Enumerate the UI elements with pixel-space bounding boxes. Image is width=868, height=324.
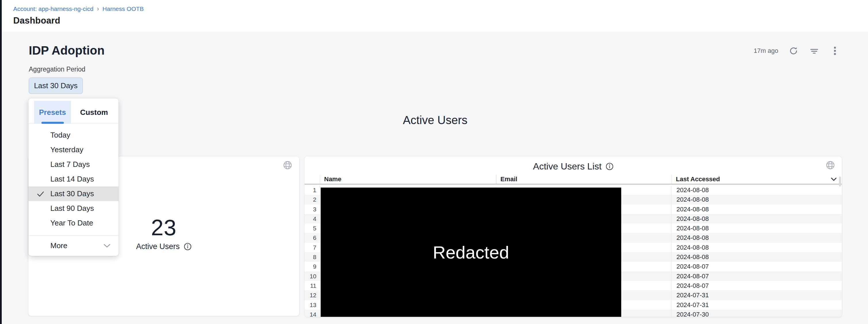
info-icon[interactable] <box>606 163 614 170</box>
breadcrumb-account-link[interactable]: Account: app-harness-ng-cicd <box>13 5 93 12</box>
dropdown-tab-strip: Presets Custom <box>29 99 119 124</box>
preset-option-label: Today <box>50 131 70 140</box>
last-accessed-cell: 2024-08-08 <box>672 214 842 223</box>
row-number-cell: 4 <box>305 214 320 223</box>
check-icon <box>36 190 44 198</box>
preset-option-label: Last 90 Days <box>50 204 94 213</box>
last-accessed-cell: 2024-08-08 <box>672 195 842 204</box>
collapsed-sidebar-edge <box>0 0 2 324</box>
last-accessed-cell: 2024-07-31 <box>672 290 842 300</box>
breadcrumb-separator-icon: › <box>97 5 99 13</box>
last-accessed-cell: 2024-08-08 <box>672 223 842 233</box>
row-number-cell: 3 <box>305 205 320 214</box>
preset-option[interactable]: Year To Date <box>29 216 119 230</box>
more-presets-button[interactable]: More <box>29 235 119 256</box>
preset-option-label: Year To Date <box>50 219 93 227</box>
row-number-cell: 11 <box>305 281 320 290</box>
preset-option[interactable]: Last 7 Days <box>29 157 119 172</box>
redacted-overlay: Redacted <box>321 187 621 317</box>
table-title-row: Active Users List <box>305 161 842 172</box>
last-accessed-cell: 2024-08-07 <box>672 262 842 271</box>
preset-option-label: Last 7 Days <box>50 160 90 169</box>
last-accessed-cell: 2024-08-07 <box>672 272 842 281</box>
refresh-icon[interactable] <box>788 45 799 56</box>
column-header-name[interactable]: Name <box>320 175 496 184</box>
info-icon[interactable] <box>184 243 191 250</box>
preset-option[interactable]: Last 30 Days <box>29 186 119 201</box>
row-number-cell: 12 <box>305 290 320 300</box>
preset-option-label: Last 14 Days <box>50 175 94 184</box>
row-number-cell: 7 <box>305 243 320 252</box>
row-number-cell: 9 <box>305 262 320 271</box>
row-number-cell: 14 <box>305 310 320 317</box>
breadcrumb: Account: app-harness-ng-cicd › Harness O… <box>13 5 144 13</box>
column-header-email[interactable]: Email <box>496 175 672 184</box>
last-accessed-cell: 2024-08-08 <box>672 233 842 243</box>
preset-option[interactable]: Last 14 Days <box>29 172 119 186</box>
row-number-cell: 13 <box>305 300 320 310</box>
preset-option-label: Yesterday <box>50 145 84 154</box>
table-scrollbar[interactable] <box>839 177 841 186</box>
row-number-cell: 6 <box>305 233 320 243</box>
row-number-cell: 5 <box>305 223 320 233</box>
filter-label: Aggregation Period <box>29 66 86 73</box>
table-header-row: Name Email Last Accessed <box>305 175 842 184</box>
harness-dashboard-screen: Account: app-harness-ng-cicd › Harness O… <box>0 0 868 324</box>
kebab-menu-icon[interactable] <box>830 45 840 56</box>
globe-icon <box>283 160 292 170</box>
breadcrumb-dashboard-link[interactable]: Harness OOTB <box>102 5 144 12</box>
column-header-last-accessed[interactable]: Last Accessed <box>672 175 842 184</box>
last-accessed-cell: 2024-08-08 <box>672 243 842 252</box>
dashboard-title: IDP Adoption <box>29 44 105 58</box>
row-number-header <box>305 175 320 184</box>
preset-option-label: Last 30 Days <box>50 189 94 198</box>
top-header-band: Account: app-harness-ng-cicd › Harness O… <box>2 0 868 32</box>
section-heading: Active Users <box>29 114 842 127</box>
preset-option[interactable]: Yesterday <box>29 142 119 157</box>
last-accessed-cell: 2024-08-08 <box>672 205 842 214</box>
last-accessed-cell: 2024-07-30 <box>672 310 842 317</box>
last-refreshed-label: 17m ago <box>753 47 778 55</box>
date-preset-dropdown: Presets Custom Today <box>29 99 119 256</box>
page-title: Dashboard <box>13 15 60 26</box>
preset-menu: Today Yesterday Last 7 Days <box>29 124 119 230</box>
filter-icon[interactable] <box>809 45 820 56</box>
chevron-down-icon[interactable] <box>831 178 837 181</box>
row-number-cell: 10 <box>305 272 320 281</box>
active-users-list-card: Active Users List Name Email Last Access… <box>305 156 842 317</box>
last-accessed-cell: 2024-08-07 <box>672 281 842 290</box>
tile-label: Active Users <box>136 242 180 251</box>
row-number-cell: 1 <box>305 185 320 195</box>
row-number-cell: 2 <box>305 195 320 204</box>
table-title: Active Users List <box>533 161 601 172</box>
tab-custom[interactable]: Custom <box>78 101 111 124</box>
last-accessed-cell: 2024-08-08 <box>672 185 842 195</box>
active-tab-underline <box>41 122 64 124</box>
redacted-label: Redacted <box>433 242 509 262</box>
tab-presets[interactable]: Presets <box>34 101 71 124</box>
last-accessed-cell: 2024-07-31 <box>672 300 842 310</box>
preset-option[interactable]: Today <box>29 128 119 142</box>
dashboard-toolbar: 17m ago <box>753 45 840 56</box>
chevron-down-icon <box>103 244 111 248</box>
preset-option[interactable]: Last 90 Days <box>29 201 119 216</box>
row-number-cell: 8 <box>305 252 320 262</box>
aggregation-period-button[interactable]: Last 30 Days <box>29 78 83 94</box>
last-accessed-cell: 2024-08-08 <box>672 252 842 262</box>
